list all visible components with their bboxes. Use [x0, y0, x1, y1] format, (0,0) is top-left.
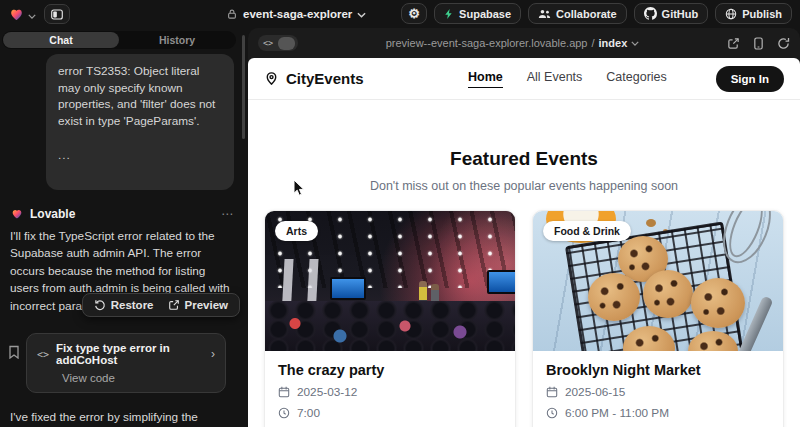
section-title: Featured Events [248, 148, 800, 170]
mouse-cursor [293, 179, 306, 201]
chevron-down-icon [631, 41, 639, 46]
url-separator: / [591, 37, 594, 49]
assistant-message-result: I've fixed the error by simplifying the … [10, 409, 234, 427]
sidebar-toggle-button[interactable] [44, 4, 70, 24]
restore-icon [94, 299, 106, 311]
collaborate-button[interactable]: Collaborate [528, 3, 627, 24]
github-icon [644, 7, 657, 20]
top-bar: event-saga-explorer ⚙ Supabase Collabora… [0, 0, 800, 28]
lovable-logo-menu[interactable] [8, 5, 36, 23]
chat-panel: Chat History error TS2353: Object litera… [0, 28, 248, 427]
url-page: index [599, 37, 628, 49]
url-host: preview--event-saga-explorer.lovable.app [386, 37, 588, 49]
event-time-row: 6:00 PM - 11:00 PM [546, 406, 770, 420]
code-edit-title: Fix type type error in addCoHost [56, 342, 204, 366]
event-title: The crazy party [278, 362, 502, 378]
nav-home[interactable]: Home [468, 70, 503, 88]
mobile-view-button[interactable] [753, 37, 764, 50]
supabase-button[interactable]: Supabase [434, 3, 521, 24]
code-icon: <> [37, 349, 49, 360]
refresh-button[interactable] [777, 37, 790, 50]
lovable-workspace: event-saga-explorer ⚙ Supabase Collabora… [0, 0, 800, 427]
section-subtitle: Don't miss out on these popular events h… [248, 179, 800, 193]
map-pin-icon [264, 71, 279, 86]
code-icon: <> [258, 38, 278, 48]
event-card-food-drink[interactable]: Food & Drink Brooklyn Night Market 2025-… [532, 210, 784, 427]
category-badge: Arts [275, 221, 318, 241]
project-name: event-saga-explorer [243, 8, 352, 20]
event-date-row: 2025-03-12 [278, 385, 502, 399]
event-image-market: Food & Drink [533, 211, 783, 351]
preview-toolbar: <> preview--event-saga-explorer.lovable.… [248, 28, 800, 58]
publish-button[interactable]: Publish [715, 3, 792, 24]
sign-in-button[interactable]: Sign In [716, 66, 784, 92]
gear-icon: ⚙ [408, 6, 420, 21]
event-card-arts[interactable]: Arts The crazy party 2025-03-12 7:00 [264, 210, 516, 427]
tab-chat[interactable]: Chat [3, 32, 119, 48]
supabase-bolt-icon [444, 8, 454, 20]
calendar-icon [546, 386, 558, 398]
app-viewport: CityEvents Home All Events Categories Si… [248, 58, 800, 427]
bookmark-icon[interactable] [8, 345, 20, 359]
clock-icon [546, 407, 558, 419]
featured-events-section: Featured Events Don't miss out on these … [248, 148, 800, 193]
event-time-row: 7:00 [278, 406, 502, 420]
assistant-header: Lovable ⋯ [10, 207, 234, 221]
chat-history-tabs: Chat History [2, 31, 236, 49]
settings-button[interactable]: ⚙ [401, 3, 427, 24]
nav-categories[interactable]: Categories [606, 70, 666, 88]
tab-history[interactable]: History [119, 32, 235, 48]
app-nav: Home All Events Categories [468, 70, 667, 88]
open-preview-icon [168, 299, 180, 311]
people-icon [538, 9, 551, 19]
assistant-name: Lovable [30, 207, 215, 221]
user-message-text: error TS2353: Object literal may only sp… [58, 63, 222, 129]
code-preview-toggle[interactable]: <> [258, 35, 298, 51]
chevron-down-icon [28, 5, 36, 23]
preview-panel: <> preview--event-saga-explorer.lovable.… [248, 28, 800, 427]
event-title: Brooklyn Night Market [546, 362, 770, 378]
chevron-right-icon: › [211, 347, 215, 361]
toggle-knob [278, 37, 295, 50]
app-header: CityEvents Home All Events Categories Si… [248, 58, 800, 100]
lock-icon [226, 8, 238, 20]
lovable-heart-icon [10, 207, 24, 220]
view-code-link[interactable]: View code [62, 372, 215, 384]
chat-scrollbar[interactable] [242, 35, 245, 139]
clock-icon [278, 407, 290, 419]
nav-all-events[interactable]: All Events [527, 70, 583, 88]
lovable-heart-icon [8, 6, 25, 22]
preview-button[interactable]: Preview [168, 299, 228, 311]
calendar-icon [278, 386, 290, 398]
event-image-party: Arts [265, 211, 515, 351]
restore-button[interactable]: Restore [94, 299, 154, 311]
code-edit-card[interactable]: <> Fix type type error in addCoHost › Vi… [26, 333, 226, 393]
category-badge: Food & Drink [543, 221, 631, 241]
globe-icon [725, 8, 737, 20]
message-menu-button[interactable]: ⋯ [221, 207, 234, 221]
restore-preview-toolbar: Restore Preview [82, 293, 240, 317]
user-message-bubble: error TS2353: Object literal may only sp… [46, 54, 234, 190]
app-brand[interactable]: CityEvents [264, 70, 364, 87]
message-truncation: ... [58, 147, 222, 164]
chevron-down-icon [357, 8, 366, 20]
event-date-row: 2025-06-15 [546, 385, 770, 399]
project-switcher[interactable]: event-saga-explorer [226, 0, 366, 28]
panel-icon [50, 8, 64, 21]
github-button[interactable]: GitHub [634, 3, 709, 24]
preview-url[interactable]: preview--event-saga-explorer.lovable.app… [298, 37, 727, 49]
open-in-new-tab-button[interactable] [727, 37, 740, 50]
